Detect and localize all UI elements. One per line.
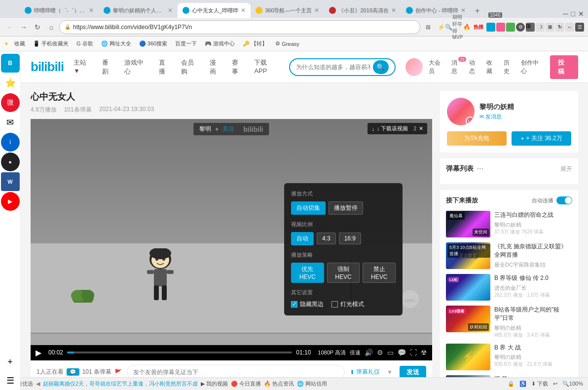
bookmark-greasy[interactable]: ⚙ Greasy	[273, 39, 301, 48]
nav-drama[interactable]: 番剧	[102, 56, 114, 78]
send-button[interactable]: 发送	[400, 366, 426, 377]
minimize-button[interactable]: ─	[563, 10, 568, 18]
close-button[interactable]: ✕	[578, 10, 584, 18]
status-back[interactable]: ↩	[553, 381, 557, 387]
nav-match[interactable]: 赛事	[232, 56, 244, 78]
sidebar-black[interactable]: ●	[1, 153, 20, 171]
bili-search-bar[interactable]: 🔍	[289, 58, 396, 76]
danmaku-settings-icon[interactable]: ⋯	[477, 165, 483, 173]
bookmark-mobile[interactable]: 📱 手机收藏夹	[31, 39, 71, 48]
nav-games[interactable]: 游戏中心	[124, 56, 149, 78]
sidebar-weibo[interactable]: 微	[1, 93, 20, 112]
settings-icon[interactable]: ⚙	[516, 23, 525, 32]
grid-icon[interactable]: ⊞	[546, 23, 554, 32]
playlist-item-1[interactable]: 魔仙幕 来世间 三连与白嫖的宿命之战 黎明の妖精 37.5万 播放 7629 弹…	[446, 211, 572, 237]
fullscreen-icon[interactable]: ⛶	[410, 349, 417, 356]
web-fullscreen-icon[interactable]: ☢	[421, 349, 427, 356]
download-banner[interactable]: ↓ ↓ 下载该视频 2 ✕	[368, 123, 427, 134]
danmaku-etiquette[interactable]: ⬆ 弹幕礼仪	[350, 368, 380, 376]
sidebar-id[interactable]: i	[1, 133, 20, 152]
sidebar-red[interactable]: ▶	[1, 192, 20, 211]
hide-border-label[interactable]: ✓ 隐藏黑边	[291, 300, 324, 309]
addon-icon-2[interactable]	[506, 23, 515, 32]
status-my-videos[interactable]: ▶ 我的视频	[201, 380, 228, 388]
refresh-button[interactable]: ↻	[32, 21, 43, 33]
back-button[interactable]: ←	[4, 21, 16, 33]
strategy-hevc-force[interactable]: 强制 HEVC	[327, 263, 360, 283]
strategy-hevc-disable[interactable]: 禁止 HEVC	[363, 263, 396, 283]
danmaku-expand-btn[interactable]: 展开	[560, 165, 572, 173]
follow-button[interactable]: + + 关注 36.2万	[512, 131, 571, 146]
volume-icon[interactable]: 🔊	[365, 349, 373, 356]
auto-connect-toggle[interactable]	[556, 196, 572, 204]
sidebar-star[interactable]: ⭐	[1, 74, 20, 92]
nav-download[interactable]: 下载APP	[254, 56, 279, 78]
bookmark-games[interactable]: 🎮 游戏中心	[202, 39, 237, 48]
bookmark-360[interactable]: 🔵 360搜索	[137, 39, 170, 48]
auto-switch-btn[interactable]: 自动切集	[291, 201, 326, 215]
ratio-16-9-btn[interactable]: 16:9	[339, 233, 361, 244]
progress-area[interactable]: 00:02 01:10	[45, 349, 314, 356]
playlist-item-5[interactable]: ⚡ B 界 大 战 黎明の妖精 930.8万 播放 · 21.8万 弹幕	[446, 344, 572, 370]
status-site-credit[interactable]: 🌐 网站信用	[297, 380, 327, 388]
speed-badge[interactable]: 倍速	[350, 349, 361, 356]
follow-overlay-btn[interactable]: 关注	[222, 125, 234, 133]
strategy-hevc-preferred[interactable]: 优先 HEVC	[291, 263, 324, 283]
bookmark-google[interactable]: G 谷歌	[74, 39, 96, 48]
status-hot-info[interactable]: 🔥 热点资讯	[264, 380, 294, 388]
sidebar-add[interactable]: +	[1, 352, 20, 371]
ratio-auto-btn[interactable]: 自动	[291, 232, 314, 245]
extensions-button[interactable]: ⊞	[422, 21, 434, 33]
bili-search-input[interactable]	[296, 64, 370, 71]
playlist-item-4[interactable]: LV3强者 妖精姐姐 B站各等级用户之间的"核平"日常 黎明の妖精 485.0万…	[446, 306, 572, 339]
progress-bar[interactable]	[67, 351, 292, 353]
tab-2[interactable]: 黎明の妖精的个人空间 ✕	[99, 3, 178, 18]
play-button[interactable]: ▶	[36, 348, 41, 357]
home-button[interactable]: ⌂	[45, 21, 57, 33]
bili-avatar[interactable]	[405, 58, 423, 76]
playlist-item-3[interactable]: LU6 B 界等级 修仙 传 2.0 进击的金厂长 262.3万 播放 · 1.…	[446, 274, 572, 301]
status-prev[interactable]: ◀	[36, 381, 40, 387]
quality-badge[interactable]: 1080P 高清	[318, 349, 346, 356]
danmaku-ctrl-icon[interactable]: 💬	[398, 349, 406, 356]
menu-icon[interactable]: ☰	[575, 23, 584, 32]
video-player[interactable]: ↓ ↓ 下载该视频 2 ✕ 黎明 + 关注 bilibili 播放方式	[31, 119, 432, 345]
tab-5[interactable]: 《小丑》2019高清在 ✕	[324, 3, 401, 18]
creator-avatar[interactable]: Lv	[447, 98, 475, 125]
bookmark-collect[interactable]: 收藏	[12, 39, 28, 48]
sidebar-list[interactable]: ☰	[1, 371, 20, 390]
message-btn[interactable]: 消息 29	[451, 59, 463, 76]
status-news[interactable]: 赵丽颖离婚仅2天，哥哥就在综艺节上重逢，冯小刚竟然所言不虚	[43, 380, 198, 388]
favorites-btn[interactable]: 收藏	[486, 59, 498, 76]
lamp-mode-checkbox[interactable]	[331, 301, 338, 308]
danmaku-input[interactable]	[127, 365, 345, 377]
upload-button[interactable]: 投稿	[550, 55, 578, 79]
theater-icon[interactable]: ▭	[387, 349, 394, 356]
bili-search-button[interactable]: 🔍	[373, 60, 389, 74]
forward-button[interactable]: →	[18, 21, 30, 33]
creator-center-btn[interactable]: 创作中心	[521, 59, 544, 76]
moon-icon[interactable]: ☽	[536, 23, 545, 32]
bookmark-baidu[interactable]: 百度一下	[173, 39, 199, 48]
nav-member[interactable]: 会员购	[181, 56, 200, 78]
settings-ctrl-icon[interactable]: ⚙	[377, 349, 383, 356]
bookmark-nav[interactable]: 🌐 网址大全	[99, 39, 134, 48]
history-btn[interactable]: 历史	[504, 59, 515, 76]
ratio-4-3-btn[interactable]: 4:3	[317, 233, 336, 244]
addon-icon-1[interactable]	[496, 23, 505, 32]
nav-main[interactable]: 主站▼	[74, 56, 92, 78]
tab-1[interactable]: 哔哩哔哩（゜-゜）つロ ✕	[20, 3, 99, 18]
nav-manga[interactable]: 漫画	[210, 56, 222, 78]
pause-switch-btn[interactable]: 播放暂停	[329, 201, 363, 215]
status-download[interactable]: ⬇ 下载	[531, 380, 548, 388]
download-banner-close[interactable]: ✕	[419, 125, 423, 132]
status-live[interactable]: 🔴 今日直播	[231, 380, 261, 388]
hide-border-checkbox[interactable]: ✓	[291, 301, 297, 308]
new-tab-button[interactable]: +	[471, 4, 484, 18]
nav-live[interactable]: 直播	[159, 56, 171, 78]
tab-4[interactable]: 360导航—一个主页 ✕	[251, 3, 324, 18]
bookmark-转[interactable]: 🔑 【转】	[240, 39, 270, 48]
back-icon-2[interactable]: ←	[565, 23, 574, 32]
charge-button[interactable]: 为TA充电	[447, 131, 507, 146]
sidebar-bilibili[interactable]: B	[1, 54, 20, 73]
